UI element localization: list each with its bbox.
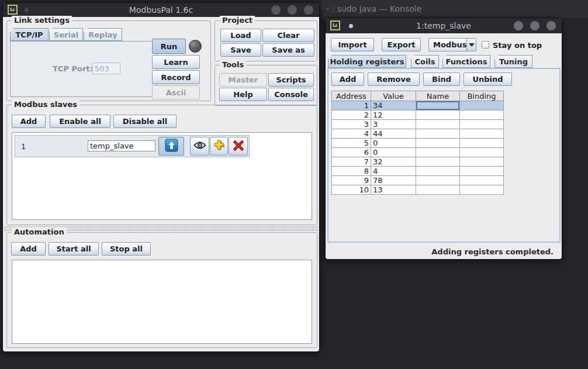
cell-value[interactable]: 78 xyxy=(371,176,416,185)
slaves-add-button[interactable]: Add xyxy=(12,115,46,128)
col-header-name[interactable]: Name xyxy=(416,91,460,101)
table-row[interactable]: 10 13 xyxy=(332,185,504,195)
cell-name[interactable] xyxy=(416,111,460,120)
table-row[interactable]: 6 0 xyxy=(332,148,504,157)
register-add-button[interactable]: Add xyxy=(331,73,364,86)
cell-address[interactable]: 7 xyxy=(332,157,371,167)
start-all-button[interactable]: Start all xyxy=(49,242,99,256)
import-button[interactable]: Import xyxy=(331,38,374,51)
tab-replay[interactable]: Replay xyxy=(84,28,122,41)
tab-serial[interactable]: Serial xyxy=(49,28,83,41)
cell-name[interactable] xyxy=(416,176,460,185)
cell-value[interactable]: 4 xyxy=(371,167,416,176)
maximize-button[interactable] xyxy=(288,5,297,15)
cell-address[interactable]: 5 xyxy=(332,139,371,148)
slave-duplicate-button[interactable] xyxy=(210,137,228,156)
disable-all-button[interactable]: Disable all xyxy=(113,115,177,128)
mode-combobox[interactable]: Modbus xyxy=(428,38,476,51)
cell-address[interactable]: 3 xyxy=(332,120,371,129)
dialog-maximize-button[interactable] xyxy=(530,21,539,30)
record-button[interactable]: Record xyxy=(152,70,200,84)
save-button[interactable]: Save xyxy=(220,43,261,57)
cell-name[interactable] xyxy=(416,129,460,139)
learn-button[interactable]: Learn xyxy=(152,55,200,69)
table-row[interactable]: 3 3 xyxy=(332,120,504,129)
slave-dialog-titlebar[interactable]: 1:temp_slave xyxy=(326,18,562,33)
table-row[interactable]: 5 0 xyxy=(332,139,504,148)
table-row[interactable]: 8 4 xyxy=(332,167,504,176)
tab-tuning[interactable]: Tuning xyxy=(494,55,532,68)
col-header-binding[interactable]: Binding xyxy=(460,91,504,101)
cell-binding[interactable] xyxy=(460,129,504,139)
cell-address[interactable]: 1 xyxy=(332,101,371,111)
minimize-button[interactable] xyxy=(271,5,281,15)
tab-holding-registers[interactable]: Holding registers xyxy=(328,55,406,68)
cell-value[interactable]: 0 xyxy=(371,139,416,148)
cell-value[interactable]: 12 xyxy=(371,111,416,120)
cell-name[interactable] xyxy=(416,120,460,129)
slave-delete-button[interactable] xyxy=(229,137,248,156)
console-button[interactable]: Console xyxy=(268,88,314,101)
tab-functions[interactable]: Functions xyxy=(442,55,490,68)
cell-name[interactable] xyxy=(416,139,460,148)
close-button[interactable] xyxy=(304,5,313,15)
modbuspal-titlebar[interactable]: ModbusPal 1.6c xyxy=(3,3,319,17)
tcp-port-input[interactable] xyxy=(92,63,120,74)
save-as-button[interactable]: Save as xyxy=(262,43,314,57)
enable-all-button[interactable]: Enable all xyxy=(50,115,110,128)
cell-binding[interactable] xyxy=(460,148,504,157)
cell-binding[interactable] xyxy=(460,176,504,185)
col-header-address[interactable]: Address xyxy=(332,91,371,101)
cell-binding[interactable] xyxy=(460,157,504,167)
scripts-button[interactable]: Scripts xyxy=(268,73,314,87)
cell-name[interactable] xyxy=(416,148,460,157)
cell-address[interactable]: 2 xyxy=(332,111,371,120)
automation-add-button[interactable]: Add xyxy=(11,242,46,256)
cell-binding[interactable] xyxy=(460,101,504,111)
clear-button[interactable]: Clear xyxy=(262,29,314,42)
konsole-titlebar[interactable]: - : sudo java — Konsole xyxy=(321,0,588,18)
slave-name-input[interactable] xyxy=(88,140,155,151)
cell-address[interactable]: 10 xyxy=(332,185,371,195)
register-bind-button[interactable]: Bind xyxy=(423,73,460,86)
master-button[interactable]: Master xyxy=(219,73,267,87)
cell-value[interactable]: 34 xyxy=(371,101,416,111)
slave-view-button[interactable] xyxy=(190,137,209,156)
table-row[interactable]: 1 34 xyxy=(332,101,504,111)
table-row[interactable]: 4 44 xyxy=(332,129,504,139)
slave-enabled-toggle[interactable] xyxy=(158,137,184,156)
cell-binding[interactable] xyxy=(460,139,504,148)
run-button[interactable]: Run xyxy=(152,39,186,54)
ascii-button[interactable]: Ascii xyxy=(152,85,200,99)
cell-address[interactable]: 4 xyxy=(332,129,371,139)
cell-value[interactable]: 13 xyxy=(371,185,416,195)
combobox-arrow-button[interactable] xyxy=(466,39,476,51)
cell-binding[interactable] xyxy=(460,111,504,120)
cell-value[interactable]: 44 xyxy=(371,129,416,139)
cell-address[interactable]: 8 xyxy=(332,167,371,176)
register-remove-button[interactable]: Remove xyxy=(368,73,420,86)
slave-row[interactable]: 1 xyxy=(15,135,250,157)
cell-address[interactable]: 9 xyxy=(332,176,371,185)
cell-binding[interactable] xyxy=(460,185,504,195)
cell-address[interactable]: 6 xyxy=(332,148,371,157)
cell-binding[interactable] xyxy=(460,167,504,176)
tab-coils[interactable]: Coils xyxy=(411,55,439,68)
table-row[interactable]: 7 32 xyxy=(332,157,504,167)
cell-value[interactable]: 3 xyxy=(371,120,416,129)
stay-on-top-checkbox[interactable] xyxy=(482,41,489,49)
cell-name[interactable] xyxy=(416,157,460,167)
help-button[interactable]: Help xyxy=(219,88,267,101)
dialog-close-button[interactable] xyxy=(547,21,556,30)
col-header-value[interactable]: Value xyxy=(371,91,416,101)
table-row[interactable]: 2 12 xyxy=(332,111,504,120)
register-unbind-button[interactable]: Unbind xyxy=(464,73,512,86)
stop-all-button[interactable]: Stop all xyxy=(102,242,151,256)
cell-name[interactable] xyxy=(416,185,460,195)
tab-tcpip[interactable]: TCP/IP xyxy=(10,28,49,41)
cell-value[interactable]: 0 xyxy=(371,148,416,157)
cell-name[interactable] xyxy=(416,167,460,176)
table-row[interactable]: 9 78 xyxy=(332,176,504,185)
cell-binding[interactable] xyxy=(460,120,504,129)
load-button[interactable]: Load xyxy=(220,29,261,42)
